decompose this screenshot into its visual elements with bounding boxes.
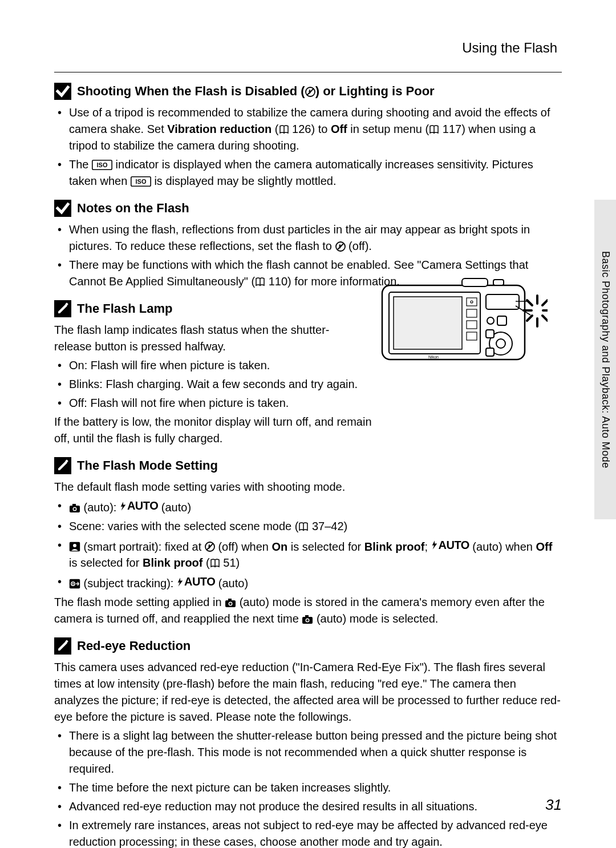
svg-text:Nikon: Nikon [428,355,439,359]
warning-icon [54,83,71,100]
camera-auto-icon [69,503,80,513]
book-ref-icon [210,558,220,568]
svg-rect-32 [486,348,494,356]
flash-off-icon [205,542,215,552]
list-item: Advanced red-eye reduction may not produ… [54,798,562,815]
paragraph: If the battery is low, the monitor displ… [54,414,385,447]
note-icon [54,637,71,655]
section-title: Red-eye Reduction [77,639,191,653]
svg-rect-20 [394,297,462,349]
svg-rect-18 [493,280,504,285]
subject-tracking-icon [69,579,80,589]
book-ref-icon [255,277,265,287]
svg-point-27 [487,317,494,324]
flash-auto-icon: AUTO [177,574,215,590]
iso-icon [92,160,112,170]
list-item: Blinks: Flash charging. Wait a few secon… [54,376,374,393]
camera-auto-icon [225,597,236,608]
svg-rect-31 [486,330,494,338]
book-ref-icon [279,124,289,135]
flash-off-icon [305,87,315,97]
manual-page: Basic Photography and Playback: Auto Mod… [0,0,616,848]
section-title: Shooting When the Flash is Disabled () o… [77,84,435,99]
iso-icon [131,176,151,187]
section-notes-flash: Notes on the Flash [54,200,562,217]
paragraph: The flash lamp indicates flash status wh… [54,322,362,355]
list-item: Use of a tripod is recommended to stabil… [54,104,562,154]
running-head: Using the Flash [54,40,562,56]
warning-icon [54,200,71,217]
list-item: Scene: varies with the selected scene mo… [54,518,562,535]
svg-rect-17 [462,278,488,286]
bullet-list: (auto): AUTO (auto) Scene: varies with t… [54,498,562,592]
list-item: (smart portrait): fixed at (off) when On… [54,537,562,572]
section-tab: Basic Photography and Playback: Auto Mod… [594,200,616,519]
book-ref-icon [298,522,309,532]
svg-line-43 [542,300,548,305]
note-icon [54,300,71,317]
section-red-eye: Red-eye Reduction [54,637,562,655]
section-title: Notes on the Flash [77,201,189,216]
list-item: (subject tracking): AUTO (auto) [54,574,562,592]
smart-portrait-icon [69,542,80,552]
svg-rect-26 [486,294,519,309]
list-item: Off: Flash will not fire when picture is… [54,395,374,411]
list-item: In extremely rare instances, areas not s… [54,817,562,849]
section-title: The Flash Lamp [77,301,172,316]
page-number: 31 [545,796,562,814]
svg-point-30 [496,339,505,348]
svg-rect-28 [497,316,506,325]
list-item: There is a slight lag between the shutte… [54,728,562,777]
note-icon [54,457,71,474]
title-text: ) or Lighting is Poor [315,84,435,98]
bullet-list: Use of a tripod is recommended to stabil… [54,104,562,189]
flash-off-icon [335,241,346,252]
camera-auto-icon [302,614,313,624]
camera-illustration: Nikon [376,274,548,368]
svg-line-40 [527,300,532,305]
list-item: When using the flash, reflections from d… [54,221,562,255]
book-ref-icon [429,124,439,135]
paragraph: The flash mode setting applied in (auto)… [54,594,562,627]
list-item: The time before the next picture can be … [54,780,562,796]
section-shooting-disabled: Shooting When the Flash is Disabled () o… [54,83,562,100]
paragraph: The default flash mode setting varies wi… [54,479,562,495]
paragraph: This camera uses advanced red-eye reduct… [54,659,562,725]
svg-line-41 [542,316,548,321]
section-tab-label: Basic Photography and Playback: Auto Mod… [599,251,611,469]
section-flash-mode: The Flash Mode Setting [54,457,562,474]
flash-auto-icon: AUTO [120,498,158,514]
bullet-list: There is a slight lag between the shutte… [54,728,562,849]
list-item: The indicator is displayed when the came… [54,156,562,189]
header-rule [54,72,562,72]
list-item: On: Flash will fire when picture is take… [54,357,374,374]
svg-line-42 [527,316,532,321]
list-item: (auto): AUTO (auto) [54,498,562,516]
section-title: The Flash Mode Setting [77,458,218,473]
bullet-list: On: Flash will fire when picture is take… [54,357,374,411]
flash-auto-icon: AUTO [431,537,469,554]
title-text: Shooting When the Flash is Disabled ( [77,84,305,98]
